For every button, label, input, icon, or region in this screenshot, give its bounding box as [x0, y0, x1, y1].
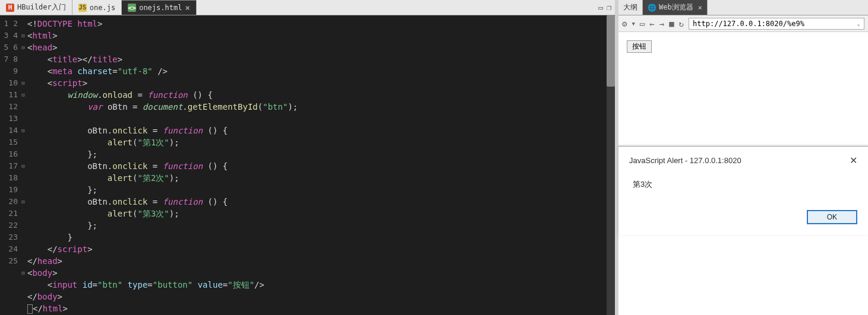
- refresh-icon[interactable]: ↻: [679, 19, 684, 28]
- editor-tab-bar: H HBuilder入门 JS one.js <> onejs.html × ▭…: [0, 0, 615, 15]
- js-icon: JS: [78, 4, 87, 12]
- editor-panel: H HBuilder入门 JS one.js <> onejs.html × ▭…: [0, 0, 615, 315]
- tab-outline[interactable]: 大纲: [618, 0, 643, 15]
- alert-message: 第3次: [633, 179, 857, 190]
- alert-title: JavaScript Alert - 127.0.0.1:8020: [629, 156, 741, 165]
- browser-toolbar: ⚙ ▼ ▭ ← → ■ ↻ http://127.0.0.1:8020/%e9%…: [618, 15, 868, 32]
- url-input[interactable]: http://127.0.0.1:8020/%e9% ⌄: [689, 18, 864, 30]
- tab-label: onejs.html: [139, 4, 182, 12]
- tab-controls: ▭ ❐: [595, 0, 615, 15]
- tab-label: Web浏览器: [659, 2, 693, 12]
- minimize-icon[interactable]: ▭: [598, 3, 603, 12]
- globe-icon: 🌐: [648, 4, 656, 12]
- ok-button[interactable]: OK: [807, 210, 857, 224]
- tab-onejs-html[interactable]: <> onejs.html ×: [122, 0, 197, 15]
- tab-web-browser[interactable]: 🌐 Web浏览器 ×: [643, 0, 708, 15]
- tab-label: HBuilder入门: [17, 2, 66, 12]
- scrollbar-vertical[interactable]: [607, 15, 615, 315]
- hbuilder-icon: H: [6, 4, 14, 12]
- tab-spacer: [197, 0, 595, 15]
- url-text: http://127.0.0.1:8020/%e9%: [693, 20, 804, 28]
- close-icon[interactable]: ×: [698, 4, 702, 12]
- page-button[interactable]: 按钮: [627, 40, 652, 53]
- browser-content: 按钮 JavaScript Alert - 127.0.0.1:8020 ✕ 第…: [618, 32, 868, 315]
- tab-one-js[interactable]: JS one.js: [72, 0, 122, 15]
- tab-label: 大纲: [623, 2, 637, 12]
- side-tab-bar: 大纲 🌐 Web浏览器 ×: [618, 0, 868, 15]
- html-icon: <>: [128, 4, 136, 12]
- device-icon[interactable]: ▭: [640, 19, 645, 28]
- alert-dialog: JavaScript Alert - 127.0.0.1:8020 ✕ 第3次 …: [618, 146, 868, 235]
- gear-icon[interactable]: ⚙: [622, 19, 627, 28]
- restore-icon[interactable]: ❐: [607, 3, 611, 12]
- code-area[interactable]: <!DOCTYPE html> <html> <head> <title></t…: [25, 15, 607, 315]
- alert-footer: OK: [629, 210, 857, 224]
- side-panel: 大纲 🌐 Web浏览器 × ⚙ ▼ ▭ ← → ■ ↻ http://127.0…: [618, 0, 868, 315]
- chevron-down-icon[interactable]: ⌄: [857, 21, 860, 27]
- alert-header: JavaScript Alert - 127.0.0.1:8020 ✕: [629, 155, 857, 166]
- close-icon[interactable]: ×: [185, 3, 190, 12]
- tab-label: one.js: [90, 4, 115, 12]
- tab-hbuilder-intro[interactable]: H HBuilder入门: [0, 0, 72, 15]
- line-gutter: 1 2 3 4 5 6 7 8 9 10 11 12 13 14 15 16 1…: [0, 15, 21, 315]
- editor-body: 1 2 3 4 5 6 7 8 9 10 11 12 13 14 15 16 1…: [0, 15, 615, 315]
- scroll-thumb[interactable]: [607, 15, 615, 87]
- chevron-down-icon[interactable]: ▼: [632, 21, 635, 27]
- stop-icon[interactable]: ■: [669, 19, 674, 28]
- back-icon[interactable]: ←: [649, 19, 654, 28]
- forward-icon[interactable]: →: [659, 19, 664, 28]
- close-icon[interactable]: ✕: [850, 155, 857, 166]
